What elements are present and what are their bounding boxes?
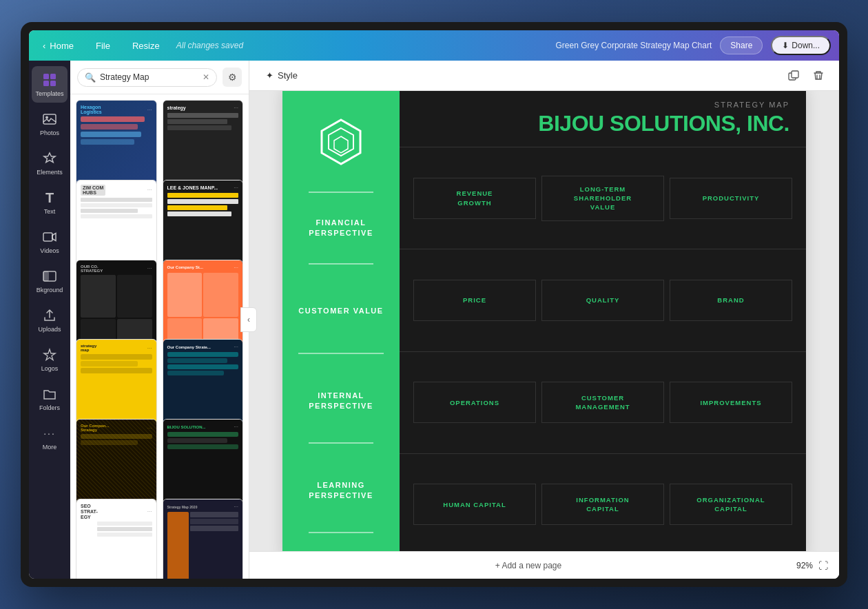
svg-rect-4 [43,114,56,124]
top-bar: ‹ Home File Resize All changes saved Gre… [29,30,839,61]
operations-text: OPERATIONS [450,398,499,407]
sidebar-item-more[interactable]: ··· More [32,420,68,456]
sidebar-item-folders[interactable]: Folders [32,380,68,417]
videos-label: Videos [40,247,59,254]
document-title: Green Grey Corporate Strategy Map Chart [556,41,712,50]
cell-improvements: IMPROVEMENTS [670,382,792,423]
divider-5 [309,532,373,533]
template-card-12[interactable]: Strategy Map 2020 ··· [163,499,244,579]
download-icon: ⬇ [782,41,789,50]
cell-information-capital: INFORMATIONCAPITAL [541,484,664,525]
text-icon: T [41,189,58,206]
sidebar-item-logos[interactable]: Logos [32,341,68,378]
svg-point-5 [45,116,48,119]
human-capital-text: HUMAN CAPITAL [443,500,506,509]
cell-revenue-growth: REVENUEGROWTH [413,178,536,219]
sidebar-item-templates[interactable]: Templates [32,66,68,103]
cell-brand: BRAND [670,280,792,321]
top-bar-right: Green Grey Corporate Strategy Map Chart … [556,36,831,55]
customer-label: CUSTOMER VALUE [298,276,383,347]
internal-row: OPERATIONS CUSTOMERMANAGEMENT IMPROVEMEN… [400,352,806,454]
sidebar-item-photos[interactable]: Photos [32,105,68,142]
elements-icon [41,150,58,167]
canvas-toolbar: ✦ Style [249,61,839,91]
duplicate-icon[interactable] [784,66,803,85]
sidebar-item-videos[interactable]: Videos [32,223,68,260]
sidebar-item-background[interactable]: Bkground [32,262,68,299]
photos-label: Photos [40,130,59,136]
style-button[interactable]: ✦ Style [260,68,303,83]
templates-label: Templates [35,90,63,97]
sidebar: Templates Photos [29,61,70,579]
templates-icon [41,72,58,88]
fullscreen-icon[interactable]: ⛶ [818,560,828,571]
filter-button[interactable]: ⚙ [223,68,242,87]
logos-icon [41,347,58,363]
customer-perspective-section: CUSTOMER VALUE [298,273,383,362]
svg-rect-0 [43,74,49,79]
svg-rect-1 [50,74,56,79]
background-label: Bkground [37,287,63,293]
laptop-frame: ‹ Home File Resize All changes saved Gre… [21,22,847,587]
canvas-area: ✦ Style [249,61,839,579]
home-button[interactable]: ‹ Home [37,38,79,54]
template-card-11[interactable]: SEOSTRAT-EGY ··· [76,499,157,579]
share-button[interactable]: Share [720,37,763,54]
search-input-wrap[interactable]: 🔍 ✕ [77,68,217,87]
shareholder-value-text: LONG-TERMSHAREHOLDERVALUE [574,185,632,212]
cell-productivity: PRODUCTIVITY [670,178,792,219]
main-content: Templates Photos [29,61,839,579]
company-name: BIJOU SOLUTIONS, INC. [416,112,789,136]
svg-rect-3 [50,81,56,86]
internal-perspective-section: INTERNALPERSPECTIVE [309,362,373,452]
style-icon: ✦ [266,70,273,81]
svg-rect-2 [43,81,49,86]
productivity-text: PRODUCTIVITY [703,194,760,203]
search-bar: 🔍 ✕ ⚙ [70,61,249,94]
customer-management-text: CUSTOMERMANAGEMENT [575,393,630,412]
search-input[interactable] [100,72,198,82]
company-header: STRATEGY MAP BIJOU SOLUTIONS, INC. [400,91,806,147]
financial-label: FINANCIALPERSPECTIVE [309,198,373,258]
svg-rect-8 [43,271,49,281]
strategy-map-label: STRATEGY MAP [416,101,789,109]
file-menu[interactable]: File [90,38,116,54]
sidebar-item-elements[interactable]: Elements [32,145,68,181]
sidebar-item-text[interactable]: T Text [32,184,68,220]
folders-label: Folders [39,404,60,411]
text-label: Text [44,208,56,215]
back-icon: ‹ [43,41,45,51]
style-label: Style [278,70,298,81]
uploads-label: Uploads [38,326,61,333]
canvas-content[interactable]: FINANCIALPERSPECTIVE CUSTOMER VALUE INTE… [249,91,839,551]
resize-menu[interactable]: Resize [127,38,165,54]
customer-row: PRICE QUALITY BRAND [400,249,806,351]
learning-label: LEARNINGPERSPECTIVE [309,455,373,526]
cell-organizational-capital: ORGANIZATIONALCAPITAL [670,484,792,525]
financial-perspective-section: FINANCIALPERSPECTIVE [309,183,373,273]
svg-rect-6 [43,233,52,241]
elements-label: Elements [37,169,63,176]
home-label: Home [50,41,74,51]
clear-icon[interactable]: ✕ [203,72,209,82]
cell-human-capital: HUMAN CAPITAL [413,484,536,525]
company-icon [313,114,369,169]
delete-icon[interactable] [809,66,828,85]
uploads-icon [41,307,58,324]
sidebar-item-uploads[interactable]: Uploads [32,302,68,338]
right-content: STRATEGY MAP BIJOU SOLUTIONS, INC. REVEN… [400,91,806,551]
divider-1 [309,192,373,193]
download-label: Down... [792,41,820,50]
collapse-panel-button[interactable]: ‹ [240,307,257,332]
green-column: FINANCIALPERSPECTIVE CUSTOMER VALUE INTE… [282,91,400,551]
divider-2 [309,263,373,265]
background-icon [41,268,58,285]
add-page-button[interactable]: + Add a new page [495,561,561,570]
internal-label: INTERNALPERSPECTIVE [309,365,373,437]
learning-perspective-section: LEARNINGPERSPECTIVE [309,452,373,541]
canvas-bottom: + Add a new page 92% ⛶ [249,551,839,579]
cell-operations: OPERATIONS [413,382,536,423]
quality-text: QUALITY [586,296,620,304]
download-button[interactable]: ⬇ Down... [771,36,831,55]
svg-rect-10 [792,71,798,78]
